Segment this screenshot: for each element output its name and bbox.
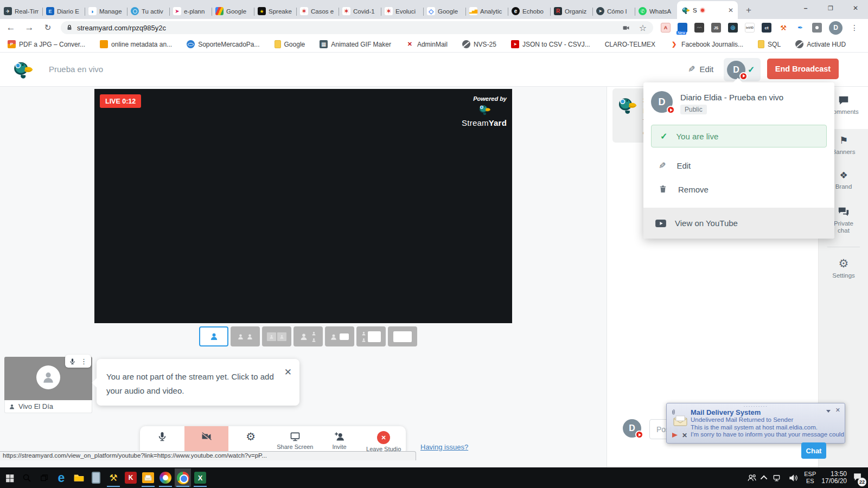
layout-person-screen-button[interactable] [325, 326, 354, 346]
mail-app-icon[interactable] [140, 468, 156, 487]
close-icon[interactable] [835, 407, 840, 414]
reload-button[interactable] [40, 20, 55, 35]
activity-icon [131, 7, 139, 15]
browser-tab[interactable]: Analytic [465, 3, 508, 19]
browser-profile-avatar[interactable]: D [829, 21, 843, 35]
destination-chip[interactable]: D [724, 58, 761, 81]
mask-extension-icon[interactable] [694, 23, 704, 33]
layout-fullscreen-button[interactable] [388, 326, 417, 346]
paint-app-icon[interactable] [157, 468, 174, 487]
feather-extension-icon[interactable] [795, 23, 805, 33]
more-options-icon[interactable] [80, 356, 87, 366]
browser-tab[interactable]: Organiz [550, 3, 592, 19]
active-tab-streamyard[interactable]: S [677, 1, 738, 19]
action-center-icon[interactable]: 22 [852, 472, 863, 484]
bookmark-item[interactable]: Facebook Journalis... [670, 40, 743, 48]
destination-dropdown-menu: D Diario Eldia - Prueba en vivo Public Y… [643, 82, 834, 239]
browser-tab[interactable]: e-plann [169, 3, 212, 19]
red-arrow-icon [511, 40, 519, 48]
media-camera-icon[interactable] [622, 24, 630, 31]
layout-solo-button[interactable] [199, 326, 228, 346]
pdf-extension-icon[interactable] [661, 23, 671, 33]
search-button[interactable] [18, 468, 35, 487]
speaker-icon[interactable] [788, 473, 799, 483]
minimize-button[interactable] [793, 0, 818, 16]
browser-tab[interactable]: Cómo l [592, 3, 635, 19]
bookmark-item[interactable]: online metadata an... [100, 40, 172, 48]
chevron-up-icon[interactable] [761, 475, 768, 482]
layout-two-crop-button[interactable] [262, 326, 291, 346]
self-preview-video[interactable] [4, 357, 92, 400]
phone-app-icon[interactable] [88, 468, 104, 487]
bookmark-item[interactable]: NVS-25 [462, 40, 496, 48]
edge-icon[interactable] [53, 468, 69, 487]
chrome-icon[interactable] [175, 468, 191, 487]
back-button[interactable] [3, 20, 18, 35]
crosshair-extension-icon[interactable] [728, 23, 738, 33]
ct-extension-icon[interactable] [762, 23, 771, 33]
bookmark-item[interactable]: JSON to CSV - CSVJ... [511, 40, 590, 48]
dropdown-remove-item[interactable]: Remove [643, 180, 834, 198]
browser-tab[interactable]: Manage [85, 3, 127, 19]
browser-tab[interactable]: Echobo [508, 3, 550, 19]
browser-tab[interactable]: Tu activ [127, 3, 169, 19]
new-tab-button[interactable] [741, 3, 756, 18]
chat-button[interactable]: Chat [801, 442, 826, 459]
language-indicator[interactable]: ESP ES [804, 471, 816, 485]
edit-broadcast-button[interactable]: Edit [688, 64, 713, 74]
file-explorer-icon[interactable] [71, 468, 87, 487]
excel-icon[interactable] [192, 468, 208, 487]
dropdown-edit-item[interactable]: Edit [643, 156, 834, 175]
browser-menu-icon[interactable] [850, 23, 859, 33]
layout-two-up-button[interactable] [231, 326, 260, 346]
invid-extension-icon[interactable] [745, 23, 755, 33]
browser-tab[interactable]: Google [212, 3, 254, 19]
mail-notification-popup[interactable]: Mail Delivery System Undelivered Mail Re… [666, 403, 845, 444]
address-bar[interactable]: streamyard.com/rpzq985y2c [61, 21, 653, 34]
tool-extension-icon[interactable] [778, 23, 788, 33]
delete-mail-icon[interactable] [682, 432, 687, 439]
people-icon[interactable] [747, 473, 757, 483]
layout-screen-focus-button[interactable] [356, 326, 386, 346]
puzzle-extension-icon[interactable] [812, 23, 822, 33]
bookmark-star-icon[interactable] [638, 23, 648, 33]
new-badge-extension-icon[interactable]: New [678, 23, 687, 33]
browser-tab[interactable]: Spreake [254, 3, 296, 19]
self-preview-tile[interactable]: Vivo El Día [4, 357, 92, 413]
bookmark-item[interactable]: Activate HUD [795, 40, 846, 48]
k-app-icon[interactable] [123, 468, 139, 487]
browser-tab[interactable]: Diario E [42, 3, 85, 19]
bookmark-item[interactable]: AdminMail [406, 40, 448, 48]
browser-tab[interactable]: WhatsA [635, 3, 677, 19]
layout-spotlight-button[interactable] [293, 326, 323, 346]
end-broadcast-button[interactable]: End Broadcast [767, 59, 839, 79]
mic-icon[interactable] [69, 358, 76, 365]
view-on-youtube-item[interactable]: View on YouTube [643, 208, 834, 239]
browser-tab[interactable]: Real-Tim [0, 3, 42, 19]
bookmark-item[interactable]: CLARO-TELMEX [605, 41, 655, 48]
clock[interactable]: 13:50 17/06/20 [821, 471, 847, 485]
bookmark-item[interactable]: PDF a JPG – Conver... [8, 40, 85, 48]
browser-tab[interactable]: Covid-1 [339, 3, 381, 19]
close-window-button[interactable] [843, 0, 868, 16]
bookmark-item[interactable]: Google [275, 40, 305, 48]
maximize-button[interactable] [818, 0, 843, 16]
js-extension-icon[interactable] [711, 23, 721, 33]
browser-tab[interactable]: Google [423, 3, 465, 19]
chevron-down-icon[interactable] [826, 410, 831, 413]
having-issues-link[interactable]: Having issues? [420, 443, 468, 451]
tools-app-icon[interactable] [105, 468, 122, 487]
task-view-button[interactable] [36, 468, 52, 487]
forward-button[interactable] [22, 20, 37, 35]
sidebar-item-settings[interactable]: Settings [819, 257, 868, 279]
close-tab-icon[interactable] [728, 7, 733, 14]
bookmark-item[interactable]: SQL [758, 40, 781, 48]
close-tooltip-icon[interactable] [284, 365, 292, 380]
bookmark-item[interactable]: Animated GIF Maker [320, 40, 391, 48]
network-icon[interactable] [773, 473, 783, 483]
start-button[interactable] [1, 468, 17, 487]
browser-tab[interactable]: Evoluci [381, 3, 423, 19]
bookmark-item[interactable]: SoporteMercadoPa... [187, 40, 259, 48]
browser-tab[interactable]: Casos e [296, 3, 339, 19]
flag-icon[interactable] [672, 433, 678, 438]
